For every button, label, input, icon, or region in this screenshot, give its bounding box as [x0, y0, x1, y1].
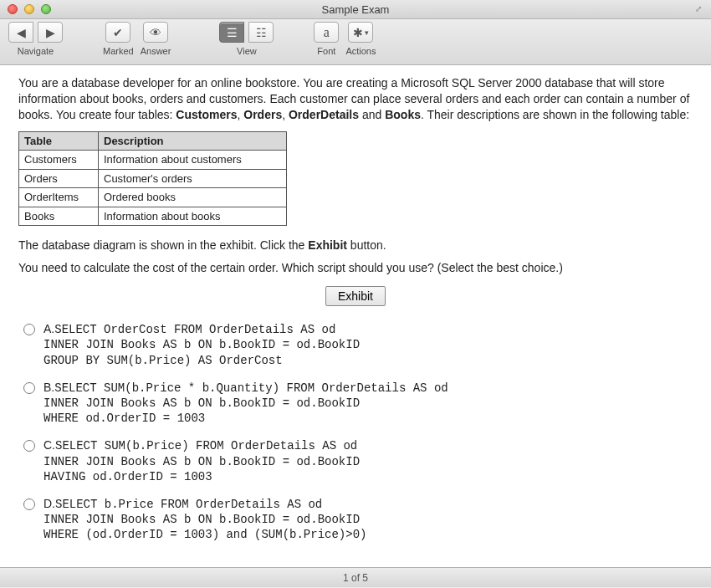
choice-code: SELECT b.Price FROM OrderDetails AS od I…: [43, 498, 366, 541]
view-group: ☰ ☷ View: [219, 22, 274, 56]
bold-books: Books: [385, 108, 421, 121]
table-row: OrdersCustomer's orders: [19, 169, 287, 188]
list-icon: ☰: [227, 26, 238, 39]
choice-b-radio[interactable]: [23, 382, 35, 394]
th-description: Description: [99, 131, 287, 151]
choice-c: C.SELECT SUM(b.Price) FROM OrderDetails …: [23, 437, 693, 484]
traffic-lights: [0, 4, 51, 14]
choice-d-radio[interactable]: [23, 499, 35, 510]
marked-group: ✔ Marked: [103, 22, 134, 56]
navigate-group: ◀ ▶ Navigate: [8, 22, 63, 56]
view-label: View: [237, 46, 257, 56]
diagram-text: The database diagram is shown in the exh…: [18, 238, 693, 253]
font-group: a Font: [314, 22, 339, 56]
titlebar: Sample Exam ⤢: [0, 0, 711, 19]
eye-icon: 👁: [150, 26, 161, 39]
answer-label: Answer: [141, 46, 171, 56]
choice-letter: A.: [43, 322, 54, 335]
table-row: BooksInformation about books: [19, 207, 287, 226]
question-panel: You are a database developer for an onli…: [0, 65, 711, 567]
choice-b: B.SELECT SUM(b.Price * b.Quantity) FROM …: [23, 380, 693, 427]
bold-orders: Orders: [243, 108, 282, 121]
table-row: CustomersInformation about customers: [19, 151, 287, 170]
navigate-label: Navigate: [18, 46, 54, 56]
font-icon: a: [324, 25, 330, 40]
font-button[interactable]: a: [314, 22, 339, 43]
close-icon[interactable]: [8, 4, 18, 14]
nav-back-button[interactable]: ◀: [8, 22, 33, 43]
page-indicator: 1 of 5: [343, 572, 368, 584]
answer-button[interactable]: 👁: [143, 22, 168, 43]
marked-label: Marked: [103, 46, 134, 56]
th-table: Table: [19, 131, 99, 151]
minimize-icon[interactable]: [24, 4, 34, 14]
choice-c-radio[interactable]: [23, 440, 35, 452]
bold-customers: Customers: [176, 108, 237, 121]
choice-code: SELECT OrderCost FROM OrderDetails AS od…: [43, 323, 360, 366]
actions-group: ✱▾ Actions: [345, 22, 376, 56]
choice-code: SELECT SUM(b.Price * b.Quantity) FROM Or…: [43, 381, 448, 425]
question-intro: You are a database developer for an onli…: [18, 75, 693, 123]
choice-a: A.SELECT OrderCost FROM OrderDetails AS …: [23, 321, 693, 368]
table-row: OrderItemsOrdered books: [19, 188, 287, 207]
statusbar: 1 of 5: [0, 567, 711, 587]
zoom-icon[interactable]: [41, 4, 51, 14]
actions-button[interactable]: ✱▾: [348, 22, 373, 43]
actions-label: Actions: [345, 46, 376, 56]
choice-letter: B.: [43, 381, 54, 394]
answer-group: 👁 Answer: [141, 22, 171, 56]
bold-exhibit: Exhibit: [308, 238, 347, 252]
font-label: Font: [317, 46, 335, 56]
check-icon: ✔: [113, 26, 123, 39]
nav-forward-button[interactable]: ▶: [38, 22, 63, 43]
fullscreen-icon[interactable]: ⤢: [695, 4, 705, 14]
choice-letter: D.: [43, 497, 55, 510]
view-grid-button[interactable]: ☷: [248, 22, 274, 43]
view-single-button[interactable]: ☰: [219, 22, 244, 43]
toolbar: ◀ ▶ Navigate ✔ Marked 👁 Answer ☰ ☷ View …: [0, 19, 711, 65]
choice-code: SELECT SUM(b.Price) FROM OrderDetails AS…: [43, 439, 360, 483]
choices-list: A.SELECT OrderCost FROM OrderDetails AS …: [18, 321, 693, 542]
chevron-down-icon: ▾: [365, 28, 369, 37]
question-prompt: You need to calculate the cost of the ce…: [18, 260, 693, 276]
marked-button[interactable]: ✔: [105, 22, 130, 43]
grid-icon: ☷: [256, 26, 267, 39]
window-title: Sample Exam: [0, 3, 711, 16]
bold-orderdetails: OrderDetails: [289, 108, 359, 121]
tables-description: Table Description CustomersInformation a…: [18, 131, 287, 227]
gear-icon: ✱: [353, 26, 363, 39]
choice-d: D.SELECT b.Price FROM OrderDetails AS od…: [23, 496, 693, 543]
choice-a-radio[interactable]: [23, 324, 35, 335]
exhibit-button[interactable]: Exhibit: [325, 286, 386, 306]
choice-letter: C.: [43, 438, 55, 452]
